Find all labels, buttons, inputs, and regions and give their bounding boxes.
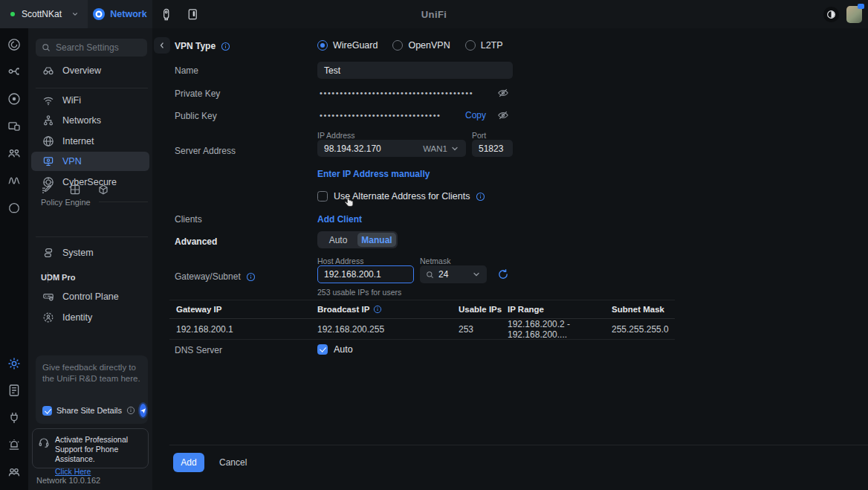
cancel-button[interactable]: Cancel [219, 457, 247, 468]
radio-l2tp[interactable]: L2TP [465, 40, 503, 51]
clients-icon[interactable] [7, 147, 21, 161]
support-click-here-link[interactable]: Click Here [55, 467, 91, 476]
sidebar-item-identity[interactable]: Identity [31, 308, 149, 327]
settings-search[interactable] [36, 39, 147, 57]
name-value: Test [324, 65, 340, 76]
policy-table-icon[interactable] [69, 184, 81, 196]
copy-public-key-link[interactable]: Copy [465, 110, 486, 120]
app-switcher [158, 0, 201, 28]
enter-ip-manually-link[interactable]: Enter IP Address manually [317, 169, 430, 179]
app-version: Network 10.0.162 [36, 476, 100, 485]
dns-server-label: DNS Server [175, 345, 222, 355]
info-icon[interactable] [476, 192, 485, 202]
dns-auto-label: Auto [334, 344, 353, 355]
devices-icon[interactable] [7, 120, 21, 133]
segment-manual[interactable]: Manual [357, 233, 396, 247]
access-device-icon[interactable] [184, 6, 201, 22]
sidebar-item-internet[interactable]: Internet [31, 132, 149, 151]
name-input[interactable]: Test [317, 62, 513, 79]
dns-auto-checkbox[interactable] [317, 344, 328, 355]
add-client-link[interactable]: Add Client [317, 214, 362, 225]
host-address-input[interactable] [317, 265, 414, 283]
sidebar-item-label: WiFi [62, 95, 81, 106]
ip-address-label: IP Address [317, 131, 355, 140]
dashboard-icon[interactable] [7, 38, 21, 51]
network-tree-icon [42, 115, 54, 126]
feedback-panel[interactable]: Give feedback directly to the UniFi R&D … [36, 355, 148, 424]
chevron-down-icon [450, 144, 459, 153]
clients-label: Clients [175, 214, 202, 225]
port-label: Port [472, 131, 486, 140]
avatar[interactable] [846, 6, 862, 23]
system-log-icon[interactable] [7, 384, 21, 397]
add-button[interactable]: Add [173, 453, 204, 472]
sidebar-item-control-plane[interactable]: Control Plane [31, 287, 149, 306]
tab-network-label: Network [110, 9, 146, 19]
radios-icon[interactable] [7, 92, 21, 106]
binoculars-icon [42, 65, 54, 77]
netmask-select[interactable]: 24 [420, 265, 487, 283]
share-site-checkbox[interactable] [42, 406, 52, 416]
radio-dot [392, 40, 403, 51]
radio-wireguard[interactable]: WireGuard [317, 40, 378, 51]
segment-auto[interactable]: Auto [319, 233, 357, 247]
sidebar-item-system[interactable]: System [31, 243, 149, 262]
table-header-row: Gateway IP Broadcast IP Usable IPs IP Ra… [169, 300, 675, 319]
feedback-placeholder: Give feedback directly to the UniFi R&D … [42, 362, 141, 384]
send-feedback-button[interactable] [140, 404, 146, 417]
notifications-beacon-icon[interactable] [7, 439, 21, 452]
stats-icon[interactable] [7, 174, 21, 187]
ip-address-select[interactable]: 98.194.32.170 WAN1 [317, 140, 466, 157]
sidebar-item-vpn[interactable]: VPN [31, 152, 149, 171]
eye-off-icon[interactable] [497, 87, 509, 99]
sidebar-item-networks[interactable]: Networks [31, 111, 149, 130]
policy-wand-icon[interactable] [41, 184, 53, 196]
admins-people-icon[interactable] [7, 465, 21, 479]
chevron-down-icon [71, 10, 79, 18]
radio-openvpn[interactable]: OpenVPN [392, 40, 450, 51]
headset-icon [38, 436, 50, 462]
system-stack-icon [42, 247, 54, 259]
site-online-dot [10, 12, 15, 16]
alternate-address-checkbox[interactable] [317, 191, 328, 202]
topology-icon[interactable] [7, 65, 21, 78]
info-icon[interactable] [221, 42, 230, 51]
eye-off-icon[interactable] [497, 109, 509, 121]
settings-gear-icon[interactable] [7, 357, 21, 370]
globe-icon [42, 135, 54, 147]
insights-icon[interactable] [7, 202, 21, 215]
avatar-badge [858, 4, 864, 9]
alternate-address-label: Use Alternate Address for Clients [334, 191, 470, 202]
gateway-ip-value: 192.168.200.1 [176, 324, 317, 335]
broadcast-ip-value: 192.168.200.255 [317, 324, 459, 335]
search-input[interactable] [56, 42, 141, 53]
divider [99, 202, 148, 202]
radio-dot [317, 40, 328, 51]
policy-engine-heading: Policy Engine [41, 198, 91, 207]
sidebar-item-label: Overview [62, 65, 101, 76]
policy-cube-icon[interactable] [97, 184, 109, 196]
site-selector[interactable]: ScottNKat [0, 0, 88, 28]
info-icon[interactable] [126, 406, 135, 416]
regenerate-refresh-icon[interactable] [497, 268, 509, 280]
tab-network[interactable]: Network [88, 0, 152, 28]
back-button[interactable] [154, 37, 170, 54]
sidebar-item-label: Control Plane [62, 291, 119, 302]
col-gateway-ip: Gateway IP [176, 305, 317, 314]
sidebar-item-wifi[interactable]: WiFi [31, 91, 149, 110]
divider [36, 88, 148, 88]
theme-contrast-icon[interactable] [823, 7, 839, 22]
radio-label: L2TP [481, 40, 503, 51]
subnet-mask-value: 255.255.255.0 [612, 324, 675, 335]
advanced-label: Advanced [175, 236, 217, 247]
footer-divider [169, 445, 868, 445]
protect-camera-icon[interactable] [158, 6, 174, 22]
settings-sidebar: Overview WiFi Networks Internet VPN [28, 28, 152, 490]
port-value: 51823 [479, 144, 503, 154]
info-icon[interactable] [246, 272, 256, 282]
port-input[interactable]: 51823 [472, 140, 513, 157]
sidebar-item-overview[interactable]: Overview [31, 61, 149, 80]
info-icon[interactable] [373, 305, 382, 315]
radio-label: WireGuard [333, 40, 378, 51]
integrations-plug-icon[interactable] [7, 411, 21, 425]
